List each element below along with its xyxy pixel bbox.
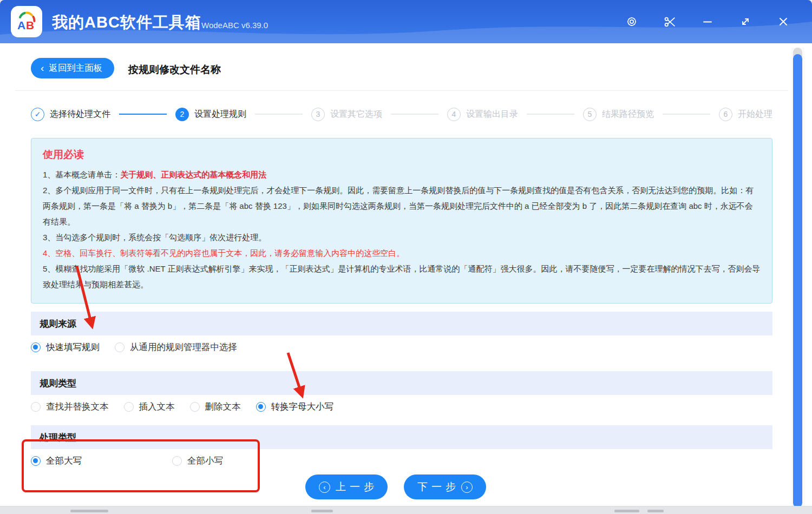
previous-step-button[interactable]: ‹ 上一步 [305,475,388,499]
radio-unselected-icon [190,402,200,412]
step-connector [527,114,574,115]
main-content: ‹ 返回到主面板 按规则修改文件名称 ✓ 选择待处理文件 2 设置处理规则 3 … [0,43,812,506]
radio-unselected-icon [115,342,125,352]
taskbar-smudge [614,510,639,512]
notice-item-3: 3、当勾选多个规则时，系统会按「勾选顺序」依次进行处理。 [43,229,761,245]
back-button-label: 返回到主面板 [49,62,102,74]
radio-all-lowercase[interactable]: 全部小写 [172,455,223,467]
step-connector [119,114,167,115]
radio-quick-fill-rule[interactable]: 快速填写规则 [31,341,100,353]
radio-all-uppercase[interactable]: 全部大写 [31,455,82,467]
taskbar-strip [0,506,812,514]
taskbar-smudge [311,510,333,512]
maximize-icon[interactable] [726,10,764,34]
section-header-rule-source: 规则来源 [31,312,772,335]
chevron-right-circle-icon: › [461,482,473,493]
notice-item-4: 4、空格、回车换行、制表符等看不见的内容也属于文本，因此，请务必留意输入内容中的… [43,245,761,261]
step-3-other-options[interactable]: 3 设置其它选项 [311,108,382,121]
wizard-stepper: ✓ 选择待处理文件 2 设置处理规则 3 设置其它选项 4 设置输出目录 5 结… [31,106,772,122]
notice-item-2: 2、多个规则应用于同一文件时，只有在上一条规则处理完后，才会处理下一条规则。因此… [43,182,761,229]
settings-gear-icon[interactable] [613,10,651,34]
logo-letter-b: B [26,19,34,31]
radio-delete-text[interactable]: 删除文本 [190,401,241,413]
radio-unselected-icon [172,456,182,466]
page-title: 按规则修改文件名称 [128,63,221,77]
close-icon[interactable] [764,10,802,34]
notice-item-5: 5、模糊查找功能采用「微软 .NET 正则表达式解析引擎」来实现，「正则表达式」… [43,261,761,292]
scissors-icon[interactable] [651,10,689,34]
radio-selected-icon [256,402,266,412]
section-header-rule-type: 规则类型 [31,371,772,395]
app-version: WodeABC v6.39.0 [201,21,268,30]
step-connector [255,114,303,115]
minimize-icon[interactable] [689,10,726,34]
radio-convert-letter-case[interactable]: 转换字母大小写 [256,401,334,413]
vertical-scrollbar-thumb[interactable] [793,54,802,508]
usage-notice-box: 使用必读 1、基本概念请单击：关于规则、正则表达式的基本概念和用法 2、多个规则… [31,138,772,304]
titlebar-actions [613,0,802,43]
radio-selected-icon [31,342,41,352]
process-type-options: 全部大写 全部小写 [31,449,223,473]
vertical-scrollbar-track[interactable] [791,48,804,509]
step-4-output-dir[interactable]: 4 设置输出目录 [447,108,518,121]
chevron-left-circle-icon: ‹ [319,482,330,493]
taskbar-smudge [647,510,664,512]
radio-unselected-icon [31,402,41,412]
step-1-check-icon: ✓ [31,108,44,121]
step-6-start-processing[interactable]: 6 开始处理 [719,108,772,121]
radio-insert-text[interactable]: 插入文本 [124,401,175,413]
rule-source-options: 快速填写规则 从通用的规则管理器中选择 [31,335,237,359]
step-2-set-rules[interactable]: 2 设置处理规则 [175,108,246,121]
step-5-path-preview[interactable]: 5 结果路径预览 [583,108,654,121]
radio-from-rule-manager[interactable]: 从通用的规则管理器中选择 [115,341,237,353]
next-step-button[interactable]: 下一步 › [404,475,486,499]
radio-find-replace-text[interactable]: 查找并替换文本 [31,401,109,413]
chevron-left-icon: ‹ [41,63,44,73]
step-1-select-files[interactable]: ✓ 选择待处理文件 [31,108,110,121]
step-connector [663,114,710,115]
notice-item-1: 1、基本概念请单击：关于规则、正则表达式的基本概念和用法 [43,167,761,182]
rule-type-options: 查找并替换文本 插入文本 删除文本 转换字母大小写 [31,395,333,419]
radio-selected-icon [31,456,41,466]
concepts-help-link[interactable]: 关于规则、正则表达式的基本概念和用法 [120,170,266,179]
taskbar-smudge [70,510,108,512]
app-logo: A B [11,6,42,37]
radio-unselected-icon [124,402,134,412]
logo-letter-a: A [17,19,25,31]
app-window: A B 我的ABC软件工具箱 WodeABC v6.39.0 [0,0,812,514]
header-divider [15,90,788,91]
back-to-dashboard-button[interactable]: ‹ 返回到主面板 [31,58,114,78]
section-header-process-type: 处理类型 [31,425,772,449]
titlebar: A B 我的ABC软件工具箱 WodeABC v6.39.0 [0,0,812,43]
notice-title: 使用必读 [43,148,761,162]
app-title: 我的ABC软件工具箱 [52,12,201,34]
step-connector [391,114,438,115]
